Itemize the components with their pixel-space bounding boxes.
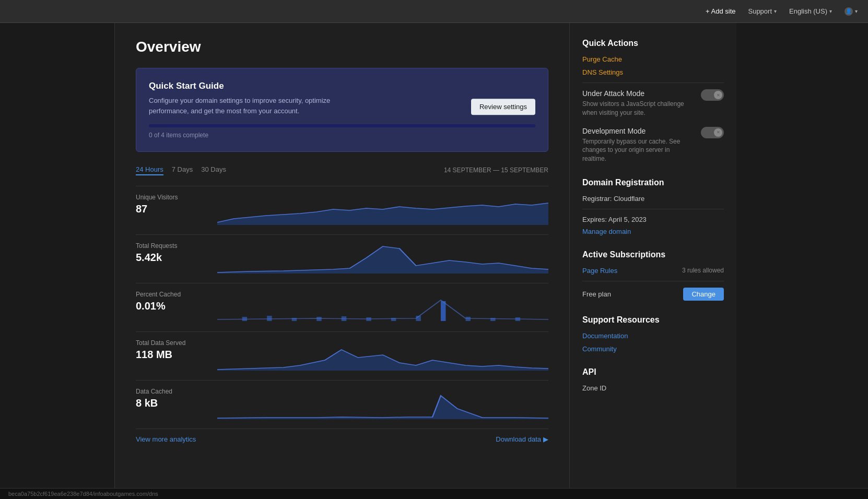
metric-info-percent-cached: Percent Cached 0.01% [136, 291, 209, 322]
download-arrow-icon: ▶ [543, 435, 548, 443]
purge-cache-link[interactable]: Purge Cache [582, 55, 724, 63]
development-mode-label: Development Mode [582, 127, 687, 135]
add-site-button[interactable]: + Add site [706, 7, 735, 15]
svg-rect-11 [466, 317, 471, 321]
metric-row-data-cached: Data Cached 8 kB [136, 380, 548, 426]
plan-label: Free plan [582, 290, 611, 298]
divider-1 [582, 82, 724, 83]
under-attack-mode-label: Under Attack Mode [582, 89, 687, 98]
tab-7days[interactable]: 7 Days [172, 164, 193, 175]
manage-domain-link[interactable]: Manage domain [582, 228, 724, 235]
under-attack-mode-desc: Show visitors a JavaScript challenge whe… [582, 100, 687, 117]
active-subscriptions-title: Active Subscriptions [582, 250, 724, 259]
metric-value-total-requests: 5.42k [136, 252, 209, 264]
progress-label: 0 of 4 items complete [149, 132, 535, 139]
under-attack-mode-toggle[interactable] [701, 89, 724, 101]
right-panel: Quick Actions Purge Cache DNS Settings U… [569, 23, 736, 499]
svg-marker-14 [217, 350, 548, 371]
registrar-info: Registrar: Cloudflare [582, 195, 724, 203]
metric-chart-unique-visitors [217, 194, 548, 225]
language-menu[interactable]: English (US) ▾ [789, 7, 832, 15]
metric-chart-data-cached [217, 388, 548, 419]
main-layout: Overview Quick Start Guide Configure you… [0, 23, 868, 499]
change-plan-button[interactable]: Change [683, 288, 724, 301]
under-attack-mode-info: Under Attack Mode Show visitors a JavaSc… [582, 89, 687, 117]
support-resources-title: Support Resources [582, 315, 724, 325]
dns-settings-link[interactable]: DNS Settings [582, 68, 724, 76]
metric-chart-percent-cached [217, 291, 548, 322]
support-resources-section: Support Resources Documentation Communit… [582, 315, 724, 353]
page-rules-row: Page Rules 3 rules allowed [582, 267, 724, 275]
metric-chart-total-data [217, 339, 548, 371]
sidebar [0, 23, 115, 499]
download-data-link[interactable]: Download data ▶ [496, 435, 548, 443]
top-nav: + Add site Support ▾ English (US) ▾ 👤 ▾ [0, 0, 868, 23]
rules-allowed: 3 rules allowed [682, 267, 724, 274]
development-mode-info: Development Mode Temporarily bypass our … [582, 127, 687, 163]
language-chevron-icon: ▾ [829, 8, 832, 14]
metric-label-percent-cached: Percent Cached [136, 291, 209, 298]
metric-info-total-data: Total Data Served 118 MB [136, 339, 209, 371]
metric-value-unique-visitors: 87 [136, 203, 209, 215]
metric-label-total-requests: Total Requests [136, 242, 209, 250]
expiry-info: Expires: April 5, 2023 [582, 216, 724, 223]
tab-24hours[interactable]: 24 Hours [136, 164, 163, 175]
user-chevron-icon: ▾ [855, 8, 858, 14]
metric-info-total-requests: Total Requests 5.42k [136, 242, 209, 274]
quick-actions-section: Quick Actions Purge Cache DNS Settings U… [582, 39, 724, 163]
status-bar: beca0a75b2cf619ea6e238e7d84/infoaboutgam… [0, 488, 868, 499]
support-menu[interactable]: Support ▾ [748, 7, 777, 15]
svg-marker-1 [217, 246, 548, 274]
user-menu[interactable]: 👤 ▾ [844, 7, 858, 16]
api-section: API Zone ID [582, 367, 724, 392]
domain-registration-section: Domain Registration Registrar: Cloudflar… [582, 178, 724, 235]
metric-row-total-requests: Total Requests 5.42k [136, 234, 548, 281]
metric-label-total-data: Total Data Served [136, 339, 209, 347]
metric-label-data-cached: Data Cached [136, 388, 209, 395]
metric-info-unique-visitors: Unique Visitors 87 [136, 194, 209, 225]
divider-2 [582, 209, 724, 209]
metric-info-data-cached: Data Cached 8 kB [136, 388, 209, 419]
development-mode-row: Development Mode Temporarily bypass our … [582, 127, 724, 163]
metric-value-percent-cached: 0.01% [136, 300, 209, 312]
svg-rect-3 [267, 316, 272, 321]
page-title: Overview [136, 39, 548, 55]
quick-actions-title: Quick Actions [582, 39, 724, 48]
development-mode-desc: Temporarily bypass our cache. See change… [582, 137, 687, 163]
zone-id-label: Zone ID [582, 384, 724, 392]
metric-value-data-cached: 8 kB [136, 397, 209, 409]
divider-3 [582, 281, 724, 281]
main-content: Overview Quick Start Guide Configure you… [115, 23, 569, 499]
support-chevron-icon: ▾ [774, 8, 777, 14]
plan-row: Free plan Change [582, 288, 724, 301]
status-bar-text: beca0a75b2cf619ea6e238e7d84/infoaboutgam… [8, 491, 158, 497]
metric-chart-total-requests [217, 242, 548, 274]
time-tabs: 24 Hours 7 Days 30 Days 14 SEPTEMBER — 1… [136, 164, 548, 175]
quick-start-card: Quick Start Guide Configure your domain … [136, 68, 548, 152]
quick-start-title: Quick Start Guide [149, 81, 535, 91]
metric-row-unique-visitors: Unique Visitors 87 [136, 186, 548, 232]
domain-registration-title: Domain Registration [582, 178, 724, 187]
page-rules-link[interactable]: Page Rules [582, 267, 617, 275]
svg-marker-15 [217, 396, 548, 419]
view-more-analytics-link[interactable]: View more analytics [136, 435, 196, 443]
metric-label-unique-visitors: Unique Visitors [136, 194, 209, 201]
active-subscriptions-section: Active Subscriptions Page Rules 3 rules … [582, 250, 724, 301]
metric-row-total-data: Total Data Served 118 MB [136, 331, 548, 378]
metric-row-percent-cached: Percent Cached 0.01% [136, 283, 548, 329]
quick-start-description: Configure your domain settings to improv… [149, 96, 368, 116]
review-settings-button[interactable]: Review settings [471, 99, 535, 115]
community-link[interactable]: Community [582, 345, 724, 353]
date-range: 14 SEPTEMBER — 15 SEPTEMBER [444, 167, 548, 174]
svg-rect-5 [316, 317, 322, 321]
analytics-bottom: View more analytics Download data ▶ [136, 429, 548, 443]
user-avatar-icon: 👤 [844, 7, 853, 16]
time-tab-group: 24 Hours 7 Days 30 Days [136, 164, 226, 175]
api-title: API [582, 367, 724, 377]
under-attack-mode-row: Under Attack Mode Show visitors a JavaSc… [582, 89, 724, 117]
documentation-link[interactable]: Documentation [582, 332, 724, 340]
tab-30days[interactable]: 30 Days [201, 164, 226, 175]
metric-value-total-data: 118 MB [136, 349, 209, 361]
progress-bar-container [149, 124, 535, 127]
development-mode-toggle[interactable] [701, 127, 724, 138]
